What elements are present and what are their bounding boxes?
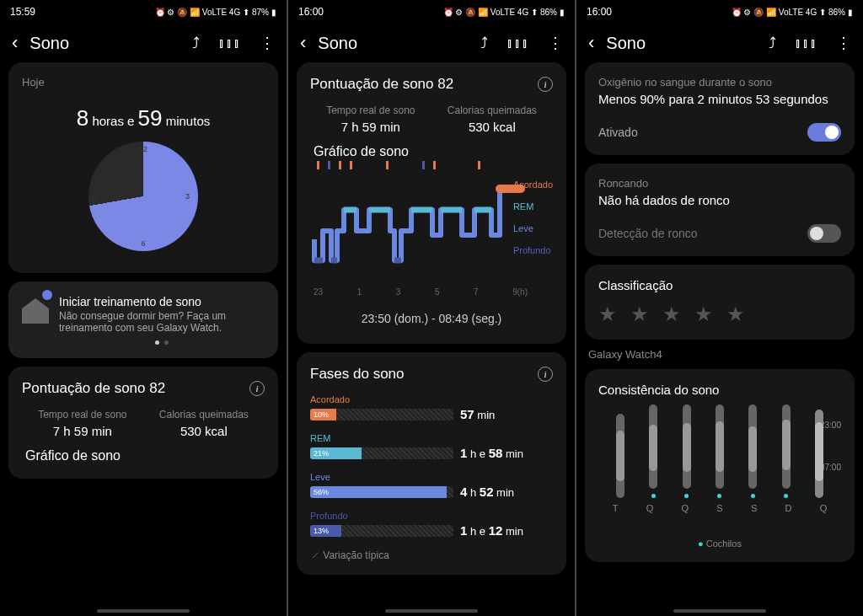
back-icon[interactable]: ‹ <box>588 32 594 54</box>
moon-icon <box>42 290 52 300</box>
back-icon[interactable]: ‹ <box>12 32 18 54</box>
screen-2-chart: 16:00 ⏰ ⚙ 🔕 📶 VoLTE 4G ⬆86%▮ ‹ Sono ⤴ ⫾⫾… <box>288 0 575 616</box>
more-icon[interactable]: ⋮ <box>836 34 851 52</box>
snore-toggle[interactable] <box>807 224 841 243</box>
stats-icon[interactable]: ⫾⫾⫾ <box>507 35 529 52</box>
score-card[interactable]: Pontuação de sono 82 i Tempo real de son… <box>8 367 278 479</box>
stats-icon[interactable]: ⫾⫾⫾ <box>218 35 241 52</box>
nav-pill[interactable] <box>97 609 190 613</box>
info-icon[interactable]: i <box>538 367 553 382</box>
star-icon: ★ <box>694 303 713 326</box>
oxygen-value: Menos 90% para 2 minutos 53 segundos <box>598 92 841 106</box>
status-bar: 15:59 ⏰ ⚙ 🔕 📶 VoLTE 4G ⬆ 87%▮ <box>0 0 287 24</box>
snore-value: Não há dados de ronco <box>598 193 841 207</box>
back-icon[interactable]: ‹ <box>300 32 306 54</box>
today-card[interactable]: Hoje 8 horas e 59 minutos 12 3 6 9 <box>8 62 278 273</box>
app-header: ‹ Sono ⤴ ⫾⫾⫾ ⋮ <box>576 24 863 62</box>
device-label: Galaxy Watch4 <box>588 348 855 361</box>
status-time: 15:59 <box>10 6 35 18</box>
phases-card: Fases do sono i Acordado10%57 minREM21%1… <box>297 352 566 575</box>
time-range: 23:50 (dom.) - 08:49 (seg.) <box>310 312 553 325</box>
stats-icon[interactable]: ⫾⫾⫾ <box>795 35 817 52</box>
rating-stars[interactable]: ★★ ★★ ★ <box>598 303 841 326</box>
info-icon[interactable]: i <box>249 381 265 396</box>
status-bar: 16:00 ⏰ ⚙ 🔕 📶 VoLTE 4G ⬆86%▮ <box>288 0 575 24</box>
score-card: Pontuação de sono 82 i Tempo real de son… <box>297 62 566 344</box>
house-icon <box>22 298 49 324</box>
phase-profundo: Profundo13%1 h e 12 min <box>310 511 553 538</box>
more-icon[interactable]: ⋮ <box>260 34 275 52</box>
coach-title: Iniciar treinamento de sono <box>59 295 265 308</box>
screen-1-today: 15:59 ⏰ ⚙ 🔕 📶 VoLTE 4G ⬆ 87%▮ ‹ Sono ⤴ ⫾… <box>0 0 287 616</box>
stage-legend: Acordado REM Leve Profundo <box>513 179 553 255</box>
chart-section-title: Gráfico de sono <box>25 448 265 463</box>
share-icon[interactable]: ⤴ <box>769 35 776 52</box>
app-header: ‹ Sono ⤴ ⫾⫾⫾ ⋮ <box>0 24 287 62</box>
nap-legend: Cochilos <box>598 538 841 549</box>
today-label: Hoje <box>22 76 265 88</box>
sleep-duration: 8 horas e 59 minutos <box>77 105 210 131</box>
star-icon: ★ <box>630 303 649 326</box>
score-title: Pontuação de sono 82 <box>22 380 165 397</box>
info-icon[interactable]: i <box>538 77 553 92</box>
page-dots <box>59 340 265 345</box>
phase-rem: REM21%1 h e 58 min <box>310 433 553 460</box>
sleep-hypnogram[interactable]: Acordado REM Leve Profundo <box>310 176 553 286</box>
phase-acordado: Acordado10%57 min <box>310 394 553 421</box>
rating-card[interactable]: Classificação ★★ ★★ ★ <box>585 265 855 340</box>
chart-ticks <box>310 161 553 169</box>
variation-label: ⟋ Variação típica <box>310 549 553 561</box>
coach-card[interactable]: Iniciar treinamento de sono Não consegue… <box>8 281 278 358</box>
star-icon: ★ <box>598 303 617 326</box>
phase-leve: Leve56%4 h 52 min <box>310 472 553 499</box>
page-title: Sono <box>29 34 180 53</box>
star-icon: ★ <box>726 303 745 326</box>
more-icon[interactable]: ⋮ <box>548 34 563 52</box>
screen-3-settings: 16:00 ⏰ ⚙ 🔕 📶 VoLTE 4G ⬆86%▮ ‹ Sono ⤴ ⫾⫾… <box>576 0 863 616</box>
snore-card[interactable]: Roncando Não há dados de ronco Detecção … <box>585 163 855 256</box>
status-icons: ⏰ ⚙ 🔕 📶 VoLTE 4G ⬆ 87%▮ <box>155 8 276 17</box>
consistency-card[interactable]: Consistência do sono 23:00 07:00 TQ QS S… <box>585 369 855 562</box>
star-icon: ★ <box>662 303 681 326</box>
sleep-clock: 12 3 6 9 <box>88 142 198 251</box>
oxygen-card[interactable]: Oxigênio no sangue durante o sono Menos … <box>585 62 855 155</box>
share-icon[interactable]: ⤴ <box>192 35 200 52</box>
share-icon[interactable]: ⤴ <box>480 35 488 52</box>
nav-pill[interactable] <box>385 609 478 613</box>
x-axis: 231 35 79(h) <box>310 287 553 297</box>
oxygen-toggle[interactable] <box>807 123 841 142</box>
app-header: ‹ Sono ⤴ ⫾⫾⫾ ⋮ <box>288 24 575 62</box>
consistency-chart: 23:00 07:00 TQ QS SD Q <box>598 405 841 532</box>
status-bar: 16:00 ⏰ ⚙ 🔕 📶 VoLTE 4G ⬆86%▮ <box>576 0 863 24</box>
coach-sub: Não consegue dormir bem? Faça um treinam… <box>59 310 265 334</box>
nav-pill[interactable] <box>673 609 766 613</box>
